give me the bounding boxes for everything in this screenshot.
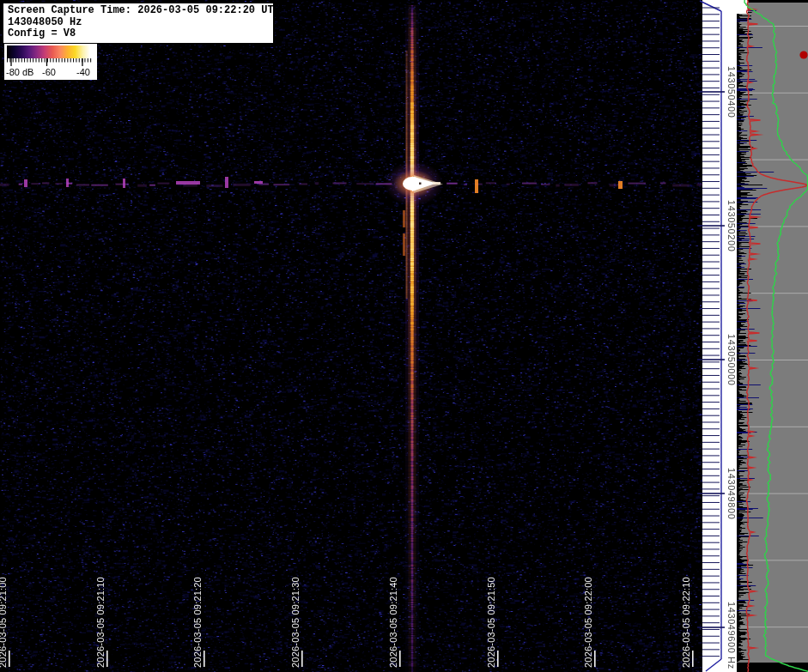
time-tick-label: 2026-03-05 09:21:50	[486, 577, 496, 668]
colorbar: -80 dB -60 -40	[4, 44, 97, 80]
capture-info-box: Screen Capture Time: 2026-03-05 09:22:20…	[2, 2, 275, 45]
frequency-tick-label: 143050200	[726, 200, 737, 251]
colorbar-label-max: -40	[76, 67, 90, 77]
time-tick-label: 2026-03-05 09:21:20	[192, 577, 203, 668]
capture-time-text: Screen Capture Time: 2026-03-05 09:22:20…	[8, 5, 270, 17]
waterfall-spectrogram	[0, 0, 702, 672]
frequency-tick	[700, 1, 721, 11]
time-tick-label: 2026-03-05 09:21:10	[95, 577, 106, 668]
spectrum-panel	[737, 0, 808, 672]
screen-capture-root: 2026-03-05 09:21:002026-03-05 09:21:1020…	[0, 0, 808, 672]
colorbar-label-mid: -60	[42, 67, 56, 77]
frequency-tick-label: 143050400	[726, 66, 737, 118]
frequency-tick	[706, 659, 721, 671]
time-tick-label: 2026-03-05 09:21:40	[388, 577, 398, 668]
time-tick-label: 2026-03-05 09:22:00	[583, 577, 593, 668]
frequency-tick-label: 143050000	[726, 334, 737, 385]
time-tick-label: 2026-03-05 09:21:00	[0, 577, 8, 668]
time-tick-label: 2026-03-05 09:22:10	[681, 577, 691, 668]
frequency-tick-label: 143049800	[726, 468, 737, 519]
colorbar-ticks	[4, 58, 94, 67]
colorbar-label-min: -80 dB	[6, 67, 33, 77]
time-tick-label: 2026-03-05 09:21:30	[290, 577, 301, 668]
config-text: Config = V8	[8, 28, 270, 40]
frequency-tick-label: 143049600 Hz	[726, 602, 737, 669]
colorbar-gradient	[7, 45, 90, 58]
center-frequency-text: 143048050 Hz	[8, 17, 270, 29]
